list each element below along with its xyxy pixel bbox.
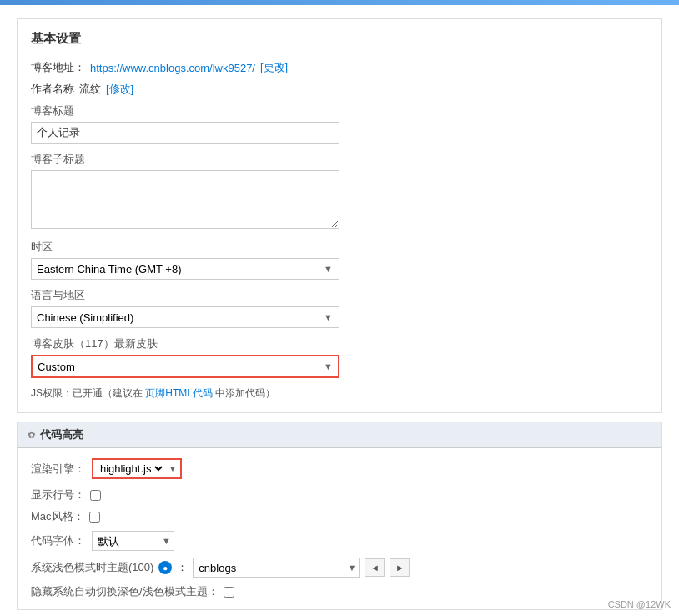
author-edit[interactable]: [修改]	[106, 82, 133, 97]
code-highlight-section: ✿ 代码高亮 渲染引擎： highlight.js prism.js none …	[17, 422, 662, 610]
skin-select-wrapper: Custom ▼	[31, 355, 340, 378]
js-tip-link[interactable]: 页脚HTML代码	[145, 387, 213, 399]
blog-url-row: 博客地址： https://www.cnblogs.com/lwk9527/ […	[31, 60, 648, 75]
collapse-icon[interactable]: ✿	[28, 430, 35, 441]
theme-colon: ：	[177, 560, 188, 575]
theme-row: 系统浅色模式时主题(100) ● ： cnblogs github vs ato…	[31, 558, 648, 578]
blog-url-link[interactable]: https://www.cnblogs.com/lwk9527/	[90, 62, 255, 74]
code-font-row: 代码字体： 默认 Consolas Monaco Courier New ▼	[31, 531, 648, 551]
show-line-numbers-checkbox[interactable]	[90, 490, 101, 501]
mac-style-row: Mac风格：	[31, 509, 648, 524]
skin-label: 博客皮肤（117）最新皮肤	[31, 336, 648, 351]
timezone-label: 时区	[31, 240, 648, 255]
theme-select[interactable]: cnblogs github vs atom-one-light	[193, 558, 360, 578]
timezone-row: 时区 Eastern China Time (GMT +8) ▼	[31, 240, 648, 280]
timezone-select-wrapper: Eastern China Time (GMT +8) ▼	[31, 258, 340, 280]
watermark: CSDN @12WK	[608, 599, 671, 609]
code-highlight-header: ✿ 代码高亮	[18, 422, 661, 448]
blog-title-label: 博客标题	[31, 104, 648, 119]
render-engine-label: 渲染引擎：	[31, 462, 85, 477]
show-line-numbers-row: 显示行号：	[31, 487, 648, 502]
blog-subtitle-input[interactable]	[31, 170, 340, 229]
theme-next-button[interactable]: ►	[390, 558, 410, 577]
hide-system-label: 隐藏系统自动切换深色/浅色模式主题：	[31, 584, 219, 599]
js-tip: JS权限：已开通（建议在 页脚HTML代码 中添加代码）	[31, 386, 648, 401]
render-engine-select[interactable]: highlight.js prism.js none	[97, 462, 165, 476]
theme-label: 系统浅色模式时主题(100)	[31, 560, 153, 575]
timezone-select[interactable]: Eastern China Time (GMT +8)	[31, 258, 340, 280]
theme-info-icon[interactable]: ●	[158, 561, 172, 574]
hide-system-checkbox[interactable]	[224, 587, 234, 598]
blog-url-edit[interactable]: [更改]	[260, 60, 288, 75]
blog-title-row: 博客标题	[31, 104, 648, 144]
show-line-numbers-label: 显示行号：	[31, 487, 85, 502]
basic-settings-section: 基本设置 博客地址： https://www.cnblogs.com/lwk95…	[17, 18, 662, 413]
skin-select[interactable]: Custom	[31, 355, 340, 378]
code-highlight-body: 渲染引擎： highlight.js prism.js none ▼ 显示行号：…	[18, 448, 661, 609]
blog-subtitle-label: 博客子标题	[31, 152, 648, 167]
code-font-select-wrapper: 默认 Consolas Monaco Courier New ▼	[92, 531, 174, 551]
author-name: 流纹	[79, 82, 101, 97]
language-row: 语言与地区 Chinese (Simplified) ▼	[31, 288, 648, 328]
render-engine-row: 渲染引擎： highlight.js prism.js none ▼	[31, 458, 648, 479]
author-row: 作者名称 流纹 [修改]	[31, 82, 648, 97]
blog-title-input[interactable]	[31, 122, 340, 144]
theme-select-wrapper: cnblogs github vs atom-one-light ▼	[193, 558, 360, 578]
mac-style-label: Mac风格：	[31, 509, 84, 524]
render-engine-dropdown-arrow: ▼	[168, 464, 177, 473]
author-label: 作者名称	[31, 82, 74, 97]
blog-url-label: 博客地址：	[31, 60, 85, 75]
basic-settings-title: 基本设置	[31, 31, 648, 50]
code-font-select[interactable]: 默认 Consolas Monaco Courier New	[92, 531, 174, 551]
render-engine-box: highlight.js prism.js none ▼	[92, 458, 182, 479]
blog-subtitle-row: 博客子标题	[31, 152, 648, 231]
hide-system-row: 隐藏系统自动切换深色/浅色模式主题：	[31, 584, 648, 599]
code-font-label: 代码字体：	[31, 533, 85, 548]
skin-row: 博客皮肤（117）最新皮肤 Custom ▼	[31, 336, 648, 378]
code-highlight-title: 代码高亮	[40, 427, 83, 442]
page-wrapper: 基本设置 博客地址： https://www.cnblogs.com/lwk95…	[0, 5, 679, 616]
theme-prev-button[interactable]: ◄	[365, 558, 385, 577]
language-select[interactable]: Chinese (Simplified)	[31, 306, 340, 328]
language-select-wrapper: Chinese (Simplified) ▼	[31, 306, 340, 328]
mac-style-checkbox[interactable]	[89, 512, 100, 523]
language-label: 语言与地区	[31, 288, 648, 303]
